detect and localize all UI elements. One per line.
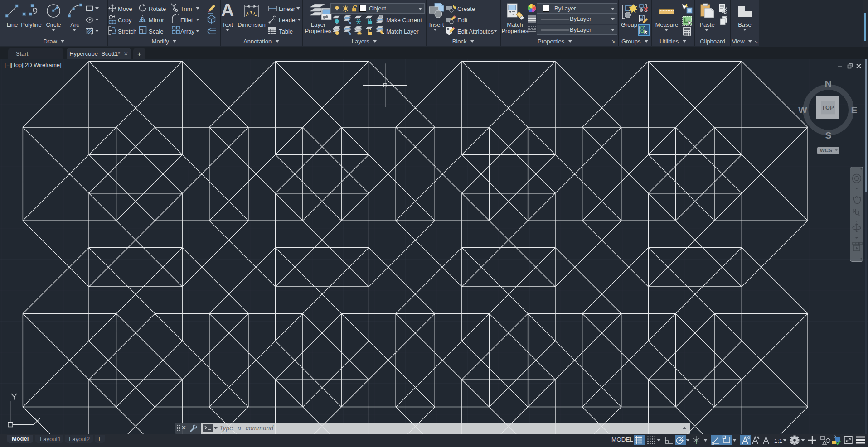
svg-text:1:1: 1:1 <box>774 437 782 444</box>
svg-text:TOP: TOP <box>822 105 834 111</box>
svg-text:E: E <box>851 105 857 115</box>
svg-text:S: S <box>825 130 831 140</box>
svg-text:W: W <box>798 105 807 115</box>
svg-text:N: N <box>824 78 831 89</box>
